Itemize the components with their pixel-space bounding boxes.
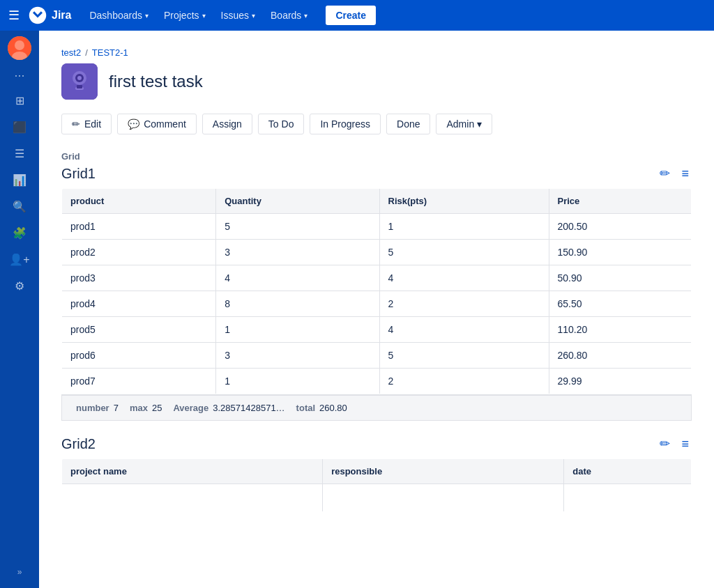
done-button[interactable]: Done	[386, 114, 430, 134]
nav-issues[interactable]: Issues ▾	[214, 6, 262, 25]
table-row: prod514110.20	[62, 317, 692, 343]
assign-button[interactable]: Assign	[202, 114, 252, 134]
svg-rect-8	[77, 85, 82, 88]
nav-dashboards[interactable]: Dashboards ▾	[82, 6, 155, 25]
main-content: test2 / TEST2-1 first test task ✏ Edit 💬…	[39, 31, 714, 588]
grid2-edit-icon[interactable]: ✏	[657, 435, 673, 453]
sidebar-search-icon[interactable]: 🔍	[8, 194, 31, 218]
issues-arrow-icon: ▾	[252, 12, 255, 20]
grid2-thead: project name responsible date	[62, 459, 692, 484]
col-product: product	[62, 189, 216, 214]
sidebar-backlog-icon[interactable]: ☰	[8, 141, 31, 165]
breadcrumb-project-link[interactable]: test2	[61, 47, 81, 58]
table-row: prod34450.90	[62, 265, 692, 291]
sidebar-board-icon[interactable]: ⬛	[8, 115, 31, 139]
col-risk: Risk(pts)	[379, 189, 549, 214]
grid2-section: Grid2 ✏ ≡ project name responsible date	[61, 435, 692, 512]
summary-number: number 7	[70, 403, 124, 413]
grid1-filter-icon[interactable]: ≡	[678, 165, 692, 183]
grid1-thead: product Quantity Risk(pts) Price	[62, 189, 692, 214]
sidebar-chart-icon[interactable]: 📊	[8, 168, 31, 192]
grid2-header-row: project name responsible date	[62, 459, 692, 484]
table-row: prod71229.99	[62, 369, 692, 394]
jira-logo-icon	[28, 6, 47, 25]
grid1-header: Grid1 ✏ ≡	[61, 164, 692, 183]
summary-total: total 260.80	[291, 403, 353, 413]
svg-point-6	[77, 76, 82, 80]
grid1-section: Grid1 ✏ ≡ product Quantity Risk(pts) Pri…	[61, 164, 692, 421]
grid1-edit-icon[interactable]: ✏	[657, 164, 673, 183]
projects-arrow-icon: ▾	[202, 12, 206, 20]
project-icon-image	[61, 63, 98, 100]
table-row: prod48265.50	[62, 291, 692, 317]
svg-point-1	[15, 40, 24, 50]
grid2-tbody	[62, 484, 692, 512]
grid2-actions: ✏ ≡	[657, 435, 692, 453]
sidebar-puzzle-icon[interactable]: 🧩	[8, 221, 31, 245]
nav-menu: Dashboards ▾ Projects ▾ Issues ▾ Boards …	[82, 6, 314, 25]
sidebar-bottom: »	[12, 562, 28, 582]
sidebar-add-user-icon[interactable]: 👤+	[8, 247, 31, 271]
breadcrumb-separator: /	[85, 47, 88, 58]
action-bar: ✏ Edit 💬 Comment Assign To Do In Progres…	[61, 114, 692, 134]
grid1-summary: number 7 max 25 Average 3.28571428571… t…	[61, 394, 692, 421]
grid1-header-row: product Quantity Risk(pts) Price	[62, 189, 692, 214]
comment-icon: 💬	[128, 118, 139, 130]
grid2-name: Grid2	[61, 436, 96, 452]
boards-arrow-icon: ▾	[304, 12, 307, 20]
more-items-indicator: ···	[14, 68, 24, 83]
grid2-header: Grid2 ✏ ≡	[61, 435, 692, 453]
jira-logo[interactable]: Jira	[28, 6, 71, 25]
breadcrumb-item-link[interactable]: TEST2-1	[92, 47, 128, 58]
left-sidebar: ··· ⊞ ⬛ ☰ 📊 🔍 🧩 👤+ ⚙ »	[0, 31, 39, 588]
jira-text: Jira	[52, 9, 71, 22]
edit-button[interactable]: ✏ Edit	[61, 114, 112, 134]
sidebar-grid-icon[interactable]: ⊞	[8, 88, 31, 112]
col-project-name: project name	[62, 459, 323, 484]
page-title: first test task	[109, 72, 203, 91]
avatar-image	[8, 36, 31, 60]
table-row: prod151200.50	[62, 214, 692, 240]
create-button[interactable]: Create	[326, 6, 376, 25]
grid-label: Grid	[61, 151, 692, 162]
col-quantity: Quantity	[216, 189, 379, 214]
summary-max: max 25	[124, 403, 168, 413]
sidebar-expand-button[interactable]: »	[12, 562, 28, 582]
col-date: date	[564, 459, 692, 484]
admin-button[interactable]: Admin ▾	[436, 114, 492, 134]
nav-boards[interactable]: Boards ▾	[264, 6, 314, 25]
project-icon	[61, 63, 98, 100]
todo-button[interactable]: To Do	[258, 114, 305, 134]
sidebar-settings-icon[interactable]: ⚙	[8, 274, 31, 297]
grid1-tbody: prod151200.50prod235150.90prod34450.90pr…	[62, 214, 692, 394]
table-row: prod635260.80	[62, 343, 692, 369]
grid1-name: Grid1	[61, 166, 96, 182]
col-price: Price	[549, 189, 691, 214]
grid2-filter-icon[interactable]: ≡	[678, 435, 692, 453]
hamburger-menu[interactable]: ☰	[8, 8, 20, 23]
user-avatar[interactable]	[8, 36, 31, 60]
in-progress-button[interactable]: In Progress	[310, 114, 381, 134]
table-row: prod235150.90	[62, 240, 692, 265]
grid1-table: product Quantity Risk(pts) Price prod151…	[61, 188, 692, 394]
grid2-table: project name responsible date	[61, 458, 692, 512]
col-responsible: responsible	[323, 459, 564, 484]
summary-average: Average 3.28571428571…	[167, 403, 290, 413]
breadcrumb: test2 / TEST2-1	[61, 47, 692, 58]
dashboards-arrow-icon: ▾	[145, 12, 149, 20]
admin-arrow-icon: ▾	[477, 118, 482, 130]
top-navigation: ☰ Jira Dashboards ▾ Projects ▾ Issues ▾ …	[0, 0, 714, 31]
edit-icon: ✏	[72, 118, 80, 130]
grid1-actions: ✏ ≡	[657, 164, 692, 183]
page-header: first test task	[61, 63, 692, 100]
grid2-empty-row	[62, 484, 692, 512]
nav-projects[interactable]: Projects ▾	[157, 6, 213, 25]
comment-button[interactable]: 💬 Comment	[117, 114, 197, 134]
